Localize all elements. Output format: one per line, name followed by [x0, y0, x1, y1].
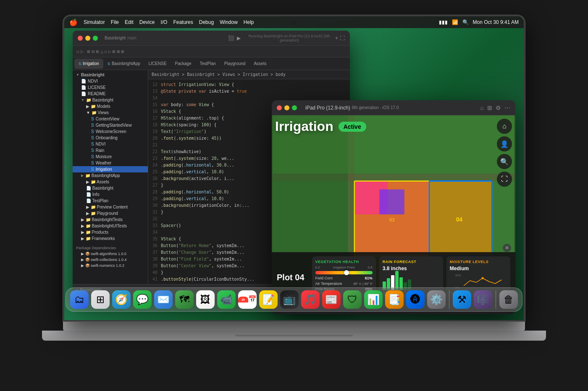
menu-features[interactable]: Features [173, 19, 193, 25]
ipad-home-icon[interactable]: ⌂ [480, 104, 484, 111]
dock-icon-maps[interactable]: 🗺 [175, 290, 194, 309]
menu-device[interactable]: Device [139, 19, 155, 25]
nav-gettingstartedview[interactable]: S GettingStartedView [73, 122, 148, 128]
home-btn[interactable]: ⌂ [497, 119, 512, 134]
minimize-button[interactable] [85, 36, 90, 41]
dock-icon-instruments[interactable]: 🎼 [474, 290, 492, 309]
search-icon[interactable]: 🔍 [462, 19, 469, 25]
dock-icon-calendar[interactable]: 30 📅 [238, 290, 257, 309]
dock-icon-xcode[interactable]: ⚒ [453, 290, 471, 309]
tab-playground[interactable]: Playground [220, 59, 250, 69]
dock-icon-photos[interactable]: 🖼 [196, 290, 215, 309]
nav-models[interactable]: ▶ 📁 Models [73, 103, 148, 109]
nav-ndvi-top[interactable]: 📄NDVI [73, 78, 148, 84]
tab-irrigation[interactable]: S Irrigation [74, 59, 103, 69]
nav-info[interactable]: 📄 Info [73, 191, 148, 198]
dock-icon-messages[interactable]: 💬 [133, 290, 152, 309]
package-deps-header: Package Dependencies [73, 245, 148, 251]
menu-bar: 🍎 Simulator File Edit Device I/O Feature… [64, 16, 524, 28]
dock-icon-numbers[interactable]: 📊 [364, 290, 383, 309]
menu-window[interactable]: Window [220, 19, 238, 25]
nav-contentview[interactable]: S ContentView [73, 116, 148, 122]
dock-icon-settings[interactable]: ⚙️ [427, 290, 446, 309]
ipad-screenshot-icon[interactable]: ⊞ [487, 104, 492, 111]
ipad-maximize-button[interactable] [292, 105, 297, 110]
nav-back[interactable]: ◁ [76, 50, 79, 54]
nav-moisture[interactable]: S Moisture [73, 154, 148, 160]
nav-welcomescreen[interactable]: S WelcomeScreen [73, 128, 148, 135]
run-button-icon[interactable]: ▶ [237, 35, 241, 41]
dock-icon-facetime[interactable]: 📹 [217, 290, 236, 309]
dock-icon-launchpad[interactable]: ⊞ [91, 290, 110, 309]
dock-icon-news[interactable]: 📰 [322, 290, 341, 309]
nav-basinbrightapp[interactable]: ▶📁 BasinbrightApp [73, 172, 148, 179]
nav-rain[interactable]: S Rain [73, 147, 148, 154]
nav-basinbrighttests[interactable]: ▶ 📁 BasinbrightTests [73, 216, 148, 223]
dock-icon-appstore[interactable]: 🅐 [406, 290, 425, 309]
nav-basinbrightuitests[interactable]: ▶ 📁 BasinbrightUITests [73, 223, 148, 229]
menu-debug[interactable]: Debug [199, 19, 214, 25]
svg-text:60%: 60% [455, 274, 461, 277]
ipad-sim-subtitle: 6th generation - iOS 17.0 [352, 105, 399, 110]
nav-products[interactable]: ▶ 📁 Products [73, 229, 148, 235]
menu-simulator[interactable]: Simulator [84, 19, 105, 25]
search-field-btn[interactable]: 🔍 [497, 154, 512, 169]
dock-icon-finder[interactable]: 🗂 [70, 290, 89, 309]
center-view-btn[interactable]: ⛶ [497, 172, 512, 187]
nav-forward[interactable]: ▷ [81, 50, 84, 54]
nav-swift-algorithms[interactable]: ▶ 📦 swift-algorithms 1.0.0 [73, 251, 148, 257]
irrigation-title: Irrigation [275, 119, 333, 134]
ipad-minimize-button[interactable] [284, 105, 289, 110]
dock-icon-music[interactable]: 🎵 [301, 290, 320, 309]
nav-playground[interactable]: ▶ 📁 Playground [73, 210, 148, 216]
nav-basinbright-folder[interactable]: ▼📁 Basinbright [73, 97, 148, 103]
nav-preview-content[interactable]: ▶ 📁 Preview Content [73, 204, 148, 210]
dock-icon-mail[interactable]: ✉️ [154, 290, 173, 309]
user-btn[interactable]: 👤 [497, 136, 512, 151]
macbook-screen-bezel: 🍎 Simulator File Edit Device I/O Feature… [63, 15, 525, 321]
maximize-button[interactable] [93, 36, 98, 41]
tab-license[interactable]: LICENSE [144, 59, 171, 69]
menu-file[interactable]: File [111, 19, 119, 25]
svg-point-24 [481, 277, 483, 279]
nav-swift-collections[interactable]: ▶ 📦 swift-collections 1.0.4 [73, 257, 148, 263]
menu-io[interactable]: I/O [160, 19, 167, 25]
ipad-close-button[interactable] [277, 105, 282, 110]
nav-swift-numerics[interactable]: ▶ 📦 swift-numerics 1.0.2 [73, 263, 148, 268]
dock-icon-notes[interactable]: 📝 [259, 290, 278, 309]
ipad-simulator-window: iPad Pro (12.9-inch) 6th generation - iO… [272, 100, 515, 314]
nav-basinbright-sub[interactable]: 📄 Basinbright [73, 185, 148, 191]
panel-close-btn[interactable]: ✕ [503, 244, 511, 252]
svg-rect-5 [379, 189, 404, 214]
nav-weather[interactable]: S Weather [73, 160, 148, 166]
menu-edit[interactable]: Edit [125, 19, 134, 25]
dock-icon-trash[interactable]: 🗑 [499, 290, 518, 309]
nav-group-basinbright: ▼ Basinbright [73, 72, 148, 78]
nav-irrigation[interactable]: S Irrigation [73, 166, 148, 172]
nav-testplan[interactable]: 📄 TestPlan [73, 198, 148, 204]
dock-icon-tv[interactable]: 📺 [280, 290, 299, 309]
dock-container: 🗂 ⊞ 🧭 💬 ✉️ 🗺 🖼 📹 [66, 287, 522, 312]
menu-help[interactable]: Help [244, 19, 254, 25]
tab-assets[interactable]: Assets [249, 59, 270, 69]
apple-menu[interactable]: 🍎 [69, 18, 78, 26]
nav-ndvi[interactable]: S NDVI [73, 141, 148, 147]
tab-package[interactable]: Package [171, 59, 196, 69]
dock-icon-vpn[interactable]: 🛡 [343, 290, 362, 309]
dock-icon-keynote[interactable]: 📑 [385, 290, 404, 309]
dock-icon-safari[interactable]: 🧭 [112, 290, 131, 309]
nav-readme[interactable]: 📄README [73, 91, 148, 97]
nav-frameworks[interactable]: ▶ 📁 Frameworks [73, 235, 148, 242]
tab-basinbrightapp[interactable]: S BasinbrightApp [103, 59, 144, 69]
ipad-settings-icon[interactable]: ⚙ [496, 104, 501, 111]
ipad-more-icon[interactable]: ⋯ [504, 104, 510, 111]
nav-assets[interactable]: ▶ 📁 Assets [73, 179, 148, 185]
plus-icon[interactable]: + [335, 35, 338, 41]
fullscreen-icon[interactable]: ⛶ [340, 35, 345, 41]
nav-views[interactable]: ▼ 📁 Views [73, 109, 148, 116]
stop-button-icon[interactable]: ⬛ [228, 35, 234, 41]
nav-license[interactable]: 📄LICENSE [73, 84, 148, 91]
close-button[interactable] [78, 36, 83, 41]
tab-testplan[interactable]: TestPlan [195, 59, 220, 69]
nav-onboarding[interactable]: S Onboarding [73, 135, 148, 141]
